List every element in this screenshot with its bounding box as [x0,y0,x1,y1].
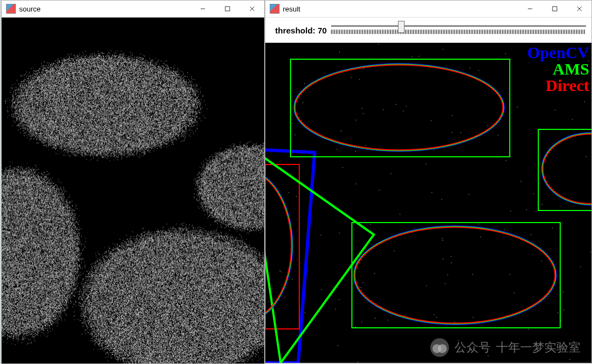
close-button[interactable] [240,1,264,17]
titlebar-result[interactable]: result [265,1,591,18]
watermark-name: 十年一梦实验室 [496,339,580,356]
window-title: source [19,5,41,13]
maximize-button[interactable] [215,1,240,17]
threshold-label: threshold: 70 [275,26,327,35]
slider-ticks [331,30,586,34]
svg-rect-1 [225,7,230,11]
threshold-label-text: threshold: [275,26,315,35]
wechat-icon [430,338,449,357]
threshold-slider[interactable] [331,21,586,39]
minimize-button[interactable] [517,1,542,17]
window-title: result [283,5,300,13]
minimize-button[interactable] [190,1,215,17]
source-client [2,18,264,363]
source-image [2,18,264,363]
window-result: result threshold: 70 公众号 十年一梦实验室 [265,0,592,364]
window-source: source [1,0,265,364]
app-icon [6,4,16,14]
watermark-prefix: 公众号 [454,339,491,356]
result-image [265,43,591,363]
app-icon [270,4,280,14]
threshold-value: 70 [318,26,327,35]
threshold-slider-row: threshold: 70 [265,18,591,43]
maximize-button[interactable] [542,1,567,17]
result-client: threshold: 70 公众号 十年一梦实验室 [265,18,591,363]
titlebar-source[interactable]: source [2,1,264,18]
watermark: 公众号 十年一梦实验室 [430,338,580,357]
slider-track [331,25,586,27]
close-button[interactable] [567,1,591,17]
slider-thumb[interactable] [398,21,405,33]
svg-rect-5 [553,7,557,11]
